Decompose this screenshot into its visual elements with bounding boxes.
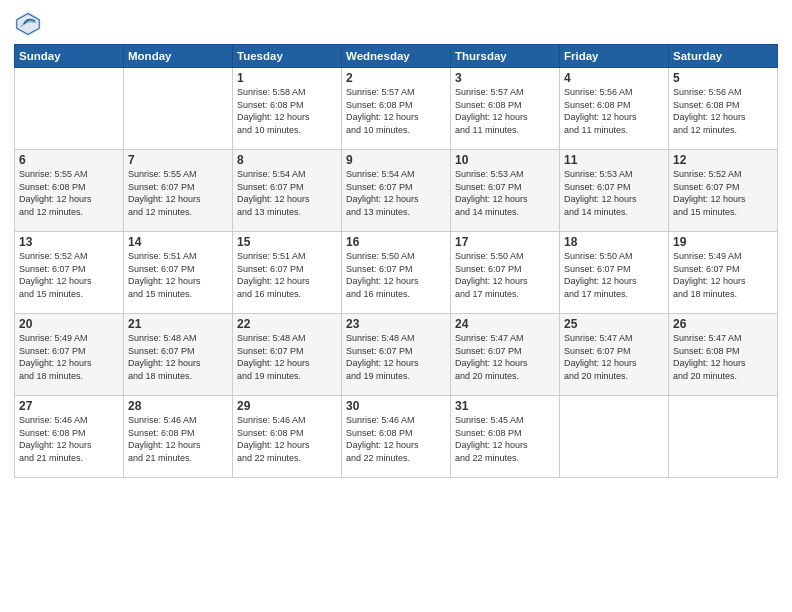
day-number: 4: [564, 71, 664, 85]
calendar-cell: [560, 396, 669, 478]
day-info: Sunrise: 5:56 AM Sunset: 6:08 PM Dayligh…: [673, 86, 773, 136]
day-info: Sunrise: 5:54 AM Sunset: 6:07 PM Dayligh…: [346, 168, 446, 218]
week-row-1: 6Sunrise: 5:55 AM Sunset: 6:08 PM Daylig…: [15, 150, 778, 232]
calendar-table: SundayMondayTuesdayWednesdayThursdayFrid…: [14, 44, 778, 478]
calendar-cell: 11Sunrise: 5:53 AM Sunset: 6:07 PM Dayli…: [560, 150, 669, 232]
day-info: Sunrise: 5:55 AM Sunset: 6:08 PM Dayligh…: [19, 168, 119, 218]
calendar-cell: 24Sunrise: 5:47 AM Sunset: 6:07 PM Dayli…: [451, 314, 560, 396]
calendar-cell: 6Sunrise: 5:55 AM Sunset: 6:08 PM Daylig…: [15, 150, 124, 232]
day-info: Sunrise: 5:45 AM Sunset: 6:08 PM Dayligh…: [455, 414, 555, 464]
day-number: 31: [455, 399, 555, 413]
day-info: Sunrise: 5:52 AM Sunset: 6:07 PM Dayligh…: [19, 250, 119, 300]
day-info: Sunrise: 5:49 AM Sunset: 6:07 PM Dayligh…: [673, 250, 773, 300]
calendar-cell: 14Sunrise: 5:51 AM Sunset: 6:07 PM Dayli…: [124, 232, 233, 314]
weekday-header-thursday: Thursday: [451, 45, 560, 68]
day-number: 11: [564, 153, 664, 167]
calendar-cell: 21Sunrise: 5:48 AM Sunset: 6:07 PM Dayli…: [124, 314, 233, 396]
day-info: Sunrise: 5:53 AM Sunset: 6:07 PM Dayligh…: [564, 168, 664, 218]
day-number: 2: [346, 71, 446, 85]
week-row-0: 1Sunrise: 5:58 AM Sunset: 6:08 PM Daylig…: [15, 68, 778, 150]
day-info: Sunrise: 5:46 AM Sunset: 6:08 PM Dayligh…: [128, 414, 228, 464]
calendar-cell: 4Sunrise: 5:56 AM Sunset: 6:08 PM Daylig…: [560, 68, 669, 150]
day-number: 21: [128, 317, 228, 331]
day-number: 1: [237, 71, 337, 85]
logo-icon: [14, 10, 42, 38]
day-info: Sunrise: 5:51 AM Sunset: 6:07 PM Dayligh…: [237, 250, 337, 300]
day-info: Sunrise: 5:54 AM Sunset: 6:07 PM Dayligh…: [237, 168, 337, 218]
day-number: 28: [128, 399, 228, 413]
day-number: 20: [19, 317, 119, 331]
weekday-header-monday: Monday: [124, 45, 233, 68]
day-info: Sunrise: 5:46 AM Sunset: 6:08 PM Dayligh…: [237, 414, 337, 464]
day-info: Sunrise: 5:49 AM Sunset: 6:07 PM Dayligh…: [19, 332, 119, 382]
calendar-cell: 8Sunrise: 5:54 AM Sunset: 6:07 PM Daylig…: [233, 150, 342, 232]
svg-marker-0: [15, 11, 40, 36]
day-info: Sunrise: 5:47 AM Sunset: 6:07 PM Dayligh…: [455, 332, 555, 382]
day-number: 23: [346, 317, 446, 331]
day-number: 26: [673, 317, 773, 331]
calendar-cell: 29Sunrise: 5:46 AM Sunset: 6:08 PM Dayli…: [233, 396, 342, 478]
calendar-cell: 9Sunrise: 5:54 AM Sunset: 6:07 PM Daylig…: [342, 150, 451, 232]
day-number: 16: [346, 235, 446, 249]
day-number: 25: [564, 317, 664, 331]
calendar-cell: 22Sunrise: 5:48 AM Sunset: 6:07 PM Dayli…: [233, 314, 342, 396]
week-row-4: 27Sunrise: 5:46 AM Sunset: 6:08 PM Dayli…: [15, 396, 778, 478]
header: [14, 10, 778, 38]
week-row-2: 13Sunrise: 5:52 AM Sunset: 6:07 PM Dayli…: [15, 232, 778, 314]
calendar-cell: 19Sunrise: 5:49 AM Sunset: 6:07 PM Dayli…: [669, 232, 778, 314]
day-info: Sunrise: 5:46 AM Sunset: 6:08 PM Dayligh…: [19, 414, 119, 464]
week-row-3: 20Sunrise: 5:49 AM Sunset: 6:07 PM Dayli…: [15, 314, 778, 396]
calendar-cell: 5Sunrise: 5:56 AM Sunset: 6:08 PM Daylig…: [669, 68, 778, 150]
weekday-header-row: SundayMondayTuesdayWednesdayThursdayFrid…: [15, 45, 778, 68]
day-info: Sunrise: 5:46 AM Sunset: 6:08 PM Dayligh…: [346, 414, 446, 464]
day-info: Sunrise: 5:48 AM Sunset: 6:07 PM Dayligh…: [237, 332, 337, 382]
day-number: 3: [455, 71, 555, 85]
day-info: Sunrise: 5:51 AM Sunset: 6:07 PM Dayligh…: [128, 250, 228, 300]
day-info: Sunrise: 5:48 AM Sunset: 6:07 PM Dayligh…: [346, 332, 446, 382]
day-number: 9: [346, 153, 446, 167]
day-number: 15: [237, 235, 337, 249]
weekday-header-wednesday: Wednesday: [342, 45, 451, 68]
calendar-cell: 7Sunrise: 5:55 AM Sunset: 6:07 PM Daylig…: [124, 150, 233, 232]
calendar-cell: 30Sunrise: 5:46 AM Sunset: 6:08 PM Dayli…: [342, 396, 451, 478]
weekday-header-tuesday: Tuesday: [233, 45, 342, 68]
calendar-cell: 20Sunrise: 5:49 AM Sunset: 6:07 PM Dayli…: [15, 314, 124, 396]
day-info: Sunrise: 5:53 AM Sunset: 6:07 PM Dayligh…: [455, 168, 555, 218]
day-number: 30: [346, 399, 446, 413]
day-info: Sunrise: 5:50 AM Sunset: 6:07 PM Dayligh…: [455, 250, 555, 300]
day-info: Sunrise: 5:50 AM Sunset: 6:07 PM Dayligh…: [564, 250, 664, 300]
calendar-cell: 17Sunrise: 5:50 AM Sunset: 6:07 PM Dayli…: [451, 232, 560, 314]
calendar-cell: 1Sunrise: 5:58 AM Sunset: 6:08 PM Daylig…: [233, 68, 342, 150]
calendar-cell: 26Sunrise: 5:47 AM Sunset: 6:08 PM Dayli…: [669, 314, 778, 396]
calendar-cell: 23Sunrise: 5:48 AM Sunset: 6:07 PM Dayli…: [342, 314, 451, 396]
day-number: 6: [19, 153, 119, 167]
calendar-cell: 25Sunrise: 5:47 AM Sunset: 6:07 PM Dayli…: [560, 314, 669, 396]
day-info: Sunrise: 5:56 AM Sunset: 6:08 PM Dayligh…: [564, 86, 664, 136]
day-number: 10: [455, 153, 555, 167]
day-number: 14: [128, 235, 228, 249]
calendar-body: 1Sunrise: 5:58 AM Sunset: 6:08 PM Daylig…: [15, 68, 778, 478]
day-info: Sunrise: 5:47 AM Sunset: 6:07 PM Dayligh…: [564, 332, 664, 382]
day-number: 7: [128, 153, 228, 167]
day-info: Sunrise: 5:57 AM Sunset: 6:08 PM Dayligh…: [455, 86, 555, 136]
day-number: 17: [455, 235, 555, 249]
day-info: Sunrise: 5:55 AM Sunset: 6:07 PM Dayligh…: [128, 168, 228, 218]
day-number: 24: [455, 317, 555, 331]
page-container: SundayMondayTuesdayWednesdayThursdayFrid…: [0, 0, 792, 612]
day-info: Sunrise: 5:58 AM Sunset: 6:08 PM Dayligh…: [237, 86, 337, 136]
calendar-header: SundayMondayTuesdayWednesdayThursdayFrid…: [15, 45, 778, 68]
calendar-cell: 18Sunrise: 5:50 AM Sunset: 6:07 PM Dayli…: [560, 232, 669, 314]
day-info: Sunrise: 5:50 AM Sunset: 6:07 PM Dayligh…: [346, 250, 446, 300]
day-info: Sunrise: 5:48 AM Sunset: 6:07 PM Dayligh…: [128, 332, 228, 382]
calendar-cell: 10Sunrise: 5:53 AM Sunset: 6:07 PM Dayli…: [451, 150, 560, 232]
day-info: Sunrise: 5:52 AM Sunset: 6:07 PM Dayligh…: [673, 168, 773, 218]
calendar-cell: 2Sunrise: 5:57 AM Sunset: 6:08 PM Daylig…: [342, 68, 451, 150]
weekday-header-saturday: Saturday: [669, 45, 778, 68]
calendar-cell: [669, 396, 778, 478]
day-number: 29: [237, 399, 337, 413]
calendar-cell: [124, 68, 233, 150]
day-number: 12: [673, 153, 773, 167]
calendar-cell: 31Sunrise: 5:45 AM Sunset: 6:08 PM Dayli…: [451, 396, 560, 478]
logo: [14, 10, 46, 38]
day-number: 8: [237, 153, 337, 167]
